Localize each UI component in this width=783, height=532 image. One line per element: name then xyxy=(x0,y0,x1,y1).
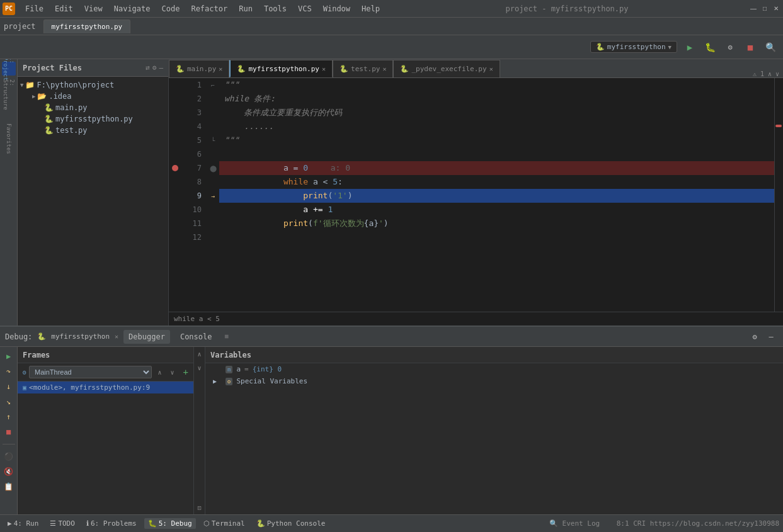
build-button[interactable]: ⚙ xyxy=(723,40,738,55)
var-expand-special[interactable]: ▶ xyxy=(213,378,222,385)
fold-5[interactable]: └ xyxy=(207,133,219,147)
menu-code[interactable]: Code xyxy=(157,3,185,14)
filter-btn[interactable]: ⊡ xyxy=(194,501,205,514)
tab-myfirsstpython-close[interactable]: ✕ xyxy=(322,65,326,72)
warning-count[interactable]: ⚠ 1 ∧ ∨ xyxy=(753,71,779,77)
bp-8[interactable] xyxy=(169,175,181,189)
step-over-btn[interactable]: ↷ xyxy=(2,365,16,378)
bp-9[interactable] xyxy=(169,189,181,203)
bp-5[interactable] xyxy=(169,133,181,147)
settings-btn[interactable]: ⚙ xyxy=(748,330,762,344)
tab-mainpy-close[interactable]: ✕ xyxy=(219,65,222,72)
step-into-btn[interactable]: ↓ xyxy=(2,380,16,393)
menu-refactor[interactable]: Refactor xyxy=(186,3,232,14)
code-line-5[interactable]: """ xyxy=(219,133,774,147)
step-out-btn[interactable]: ↑ xyxy=(2,410,16,424)
code-content[interactable]: """ while 条件: 条件成立要重复执行的代码 ...... """ a … xyxy=(219,78,774,312)
maximize-button[interactable]: □ xyxy=(760,4,769,13)
debugger-tab[interactable]: Debugger xyxy=(123,330,170,344)
tab-testpy-close[interactable]: ✕ xyxy=(382,65,386,72)
run-button[interactable]: ▶ xyxy=(682,40,697,55)
bp-6[interactable] xyxy=(169,147,181,161)
python-console-btn[interactable]: 🐍 Python Console xyxy=(253,518,329,529)
menu-window[interactable]: Window xyxy=(318,3,355,14)
terminal-btn[interactable]: ⬡ Terminal xyxy=(200,518,249,529)
scroll-up-btn[interactable]: ∧ xyxy=(194,347,205,361)
editor-scrollbar[interactable] xyxy=(774,78,783,312)
step-into-mycode-btn[interactable]: ↘ xyxy=(2,395,16,409)
frame-item-0[interactable]: ▣ <module>, myfirsstpython.py:9 xyxy=(18,382,193,393)
fold-1[interactable]: ⌐ xyxy=(207,78,219,92)
tab-pydev[interactable]: 🐍 _pydev_execfile.py ✕ xyxy=(393,60,500,77)
panel-sync-icon[interactable]: ⇄ xyxy=(146,64,150,72)
sidebar-icon-1[interactable]: 1: Project xyxy=(2,62,16,76)
tab-testpy[interactable]: 🐍 test.py ✕ xyxy=(333,60,393,77)
run-configuration[interactable]: 🐍 myfirsstpython ▼ xyxy=(590,41,677,53)
code-line-2[interactable]: while 条件: xyxy=(219,92,774,106)
evaluate-btn[interactable]: 📋 xyxy=(2,480,16,494)
menu-navigate[interactable]: Navigate xyxy=(109,3,156,14)
idea-expand-icon[interactable]: ▶ xyxy=(32,93,35,99)
code-line-3[interactable]: 条件成立要重复执行的代码 xyxy=(219,106,774,120)
menu-run[interactable]: Run xyxy=(234,3,258,14)
thread-dropdown[interactable]: MainThread xyxy=(29,366,152,378)
bp-2[interactable] xyxy=(169,92,181,106)
stop-button[interactable]: ■ xyxy=(743,40,758,55)
bp-12[interactable] xyxy=(169,230,181,244)
root-collapse-icon[interactable]: ▼ xyxy=(20,82,23,88)
bp-3[interactable] xyxy=(169,106,181,120)
var-item-a[interactable]: m a = {int} 0 xyxy=(205,363,783,375)
console-tab[interactable]: Console xyxy=(175,330,217,344)
close-button[interactable]: ✕ xyxy=(772,4,780,13)
project-file-tab[interactable]: myfirsstpython.py xyxy=(43,20,131,33)
menu-view[interactable]: View xyxy=(79,3,108,14)
menu-vcs[interactable]: VCS xyxy=(293,3,317,14)
menu-tools[interactable]: Tools xyxy=(259,3,292,14)
code-line-12[interactable] xyxy=(219,230,774,244)
fold-9[interactable]: → xyxy=(207,189,219,203)
breakpoint-7[interactable] xyxy=(172,165,178,171)
add-frame-btn[interactable]: + xyxy=(183,367,188,377)
tree-item-myfirsstpython[interactable]: 🐍 myfirsstpython.py xyxy=(18,113,168,125)
tab-myfirsstpython[interactable]: 🐍 myfirsstpython.py ✕ xyxy=(229,60,333,77)
tree-root[interactable]: ▼ 📁 F:\python\project xyxy=(18,79,168,91)
panel-gear-icon[interactable]: ⚙ xyxy=(152,64,157,72)
code-editor[interactable]: 1 2 3 4 5 6 7 8 9 10 11 12 ⌐ xyxy=(169,78,783,312)
menu-help[interactable]: Help xyxy=(357,3,385,14)
bp-1[interactable] xyxy=(169,78,181,92)
debug-button[interactable]: 🐛 xyxy=(702,40,717,55)
stop-debug-btn[interactable]: ■ xyxy=(2,425,16,439)
menu-edit[interactable]: Edit xyxy=(50,3,78,14)
tab-mainpy[interactable]: 🐍 main.py ✕ xyxy=(169,60,229,77)
scroll-down-btn[interactable]: ∨ xyxy=(194,361,205,375)
bp-10[interactable] xyxy=(169,203,181,217)
run-config-dropdown-icon[interactable]: ▼ xyxy=(668,44,672,50)
todo-btn[interactable]: ☰ TODO xyxy=(46,518,79,529)
thread-up-btn[interactable]: ∧ xyxy=(154,366,166,378)
event-log-btn[interactable]: 🔍 Event Log xyxy=(549,519,600,528)
var-item-special[interactable]: ▶ ⚙ Special Variables xyxy=(205,375,783,387)
close-debug-panel-btn[interactable]: — xyxy=(764,330,778,344)
fold-7[interactable]: ⬤ xyxy=(207,161,219,175)
thread-down-btn[interactable]: ∨ xyxy=(167,366,178,378)
layout-btn[interactable]: ≡ xyxy=(224,332,229,341)
resume-btn[interactable]: ▶ xyxy=(2,349,16,363)
panel-minimize-icon[interactable]: — xyxy=(159,64,163,72)
view-breakpoints-btn[interactable]: ⚫ xyxy=(2,450,16,463)
code-line-1[interactable]: """ xyxy=(219,78,774,92)
project-label[interactable]: project xyxy=(4,22,36,31)
tree-item-idea[interactable]: ▶ 📂 .idea xyxy=(18,91,168,102)
code-line-4[interactable]: ...... xyxy=(219,120,774,133)
bp-7[interactable] xyxy=(169,161,181,175)
menu-file[interactable]: File xyxy=(20,3,49,14)
problems-btn[interactable]: ℹ 6: Problems xyxy=(83,518,140,529)
run-tab-btn[interactable]: ▶ 4: Run xyxy=(4,518,42,529)
search-button[interactable]: 🔍 xyxy=(763,40,778,55)
debug-close-session[interactable]: ✕ xyxy=(115,333,118,340)
tree-item-testpy[interactable]: 🐍 test.py xyxy=(18,125,168,136)
debug-session-name[interactable]: myfirsstpython xyxy=(51,332,110,341)
minimize-button[interactable]: — xyxy=(749,4,758,13)
tree-item-mainpy[interactable]: 🐍 main.py xyxy=(18,102,168,113)
bp-11[interactable] xyxy=(169,217,181,230)
tab-pydev-close[interactable]: ✕ xyxy=(489,65,493,72)
